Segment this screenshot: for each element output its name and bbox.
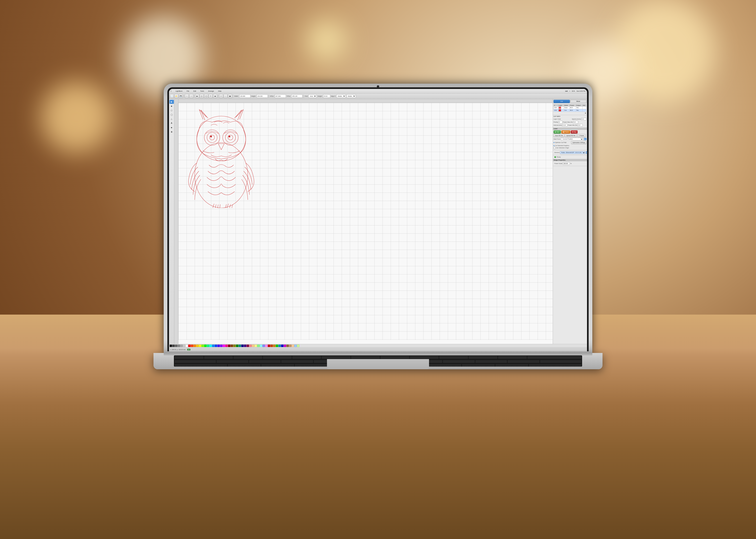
priority-input[interactable] <box>558 121 562 123</box>
pause-button[interactable]: ▮▮ Pause <box>561 130 570 134</box>
app-name-menu[interactable]: LightBurn <box>175 90 183 92</box>
palette-color-swatch[interactable] <box>260 345 262 347</box>
polygon-btn[interactable]: △ <box>169 117 174 121</box>
palette-color-swatch[interactable] <box>268 345 270 347</box>
file-menu[interactable]: File <box>186 90 190 92</box>
help-menu[interactable]: Help <box>217 90 222 92</box>
optimization-settings-button[interactable]: Optimization Settings <box>571 141 586 144</box>
palette-color-swatch[interactable] <box>231 345 233 347</box>
upload-rd-button[interactable]: Upload RD file <box>565 134 577 137</box>
undo-button[interactable]: ← <box>185 94 189 98</box>
palette-color-swatch[interactable] <box>207 345 209 347</box>
palette-color-swatch[interactable] <box>175 345 177 347</box>
palette-color-swatch[interactable] <box>281 345 284 347</box>
palette-color-swatch[interactable] <box>172 345 175 347</box>
node-tool[interactable]: ◆ <box>213 94 217 98</box>
speed-input[interactable] <box>581 118 586 120</box>
use-selection-checkbox[interactable] <box>553 147 555 149</box>
palette-color-swatch[interactable] <box>212 345 214 347</box>
circle-btn[interactable]: ◯ <box>169 113 174 117</box>
width-input[interactable] <box>239 95 250 98</box>
palette-color-swatch[interactable] <box>194 345 196 347</box>
text-btn[interactable]: A <box>169 121 174 125</box>
palette-color-swatch[interactable] <box>239 345 241 347</box>
palette-color-swatch[interactable] <box>289 345 292 347</box>
arrange-menu[interactable]: Arrange <box>208 90 215 92</box>
palette-color-swatch[interactable] <box>220 345 222 347</box>
device-select[interactable]: Ruida - Ethernet/UDP : 10.0.0.100 <box>560 151 586 154</box>
layers-expand-btn[interactable]: ▼ <box>585 112 586 114</box>
palette-color-swatch[interactable] <box>225 345 228 347</box>
palette-color-swatch[interactable] <box>180 345 183 347</box>
stop-button[interactable]: ■ Stop <box>571 130 578 134</box>
select-tool-btn[interactable]: ▶ <box>169 100 174 104</box>
palette-color-swatch[interactable] <box>273 345 276 347</box>
palette-color-swatch[interactable] <box>257 345 260 347</box>
palette-color-swatch[interactable] <box>215 345 217 347</box>
palette-color-swatch[interactable] <box>279 345 281 347</box>
rect-tool[interactable]: ▢ <box>200 94 204 98</box>
palette-color-swatch[interactable] <box>284 345 286 347</box>
canvas-area[interactable] <box>174 99 553 344</box>
move-tab[interactable]: Move <box>570 100 587 103</box>
font-select[interactable]: Arial <box>308 95 317 98</box>
palette-color-swatch[interactable] <box>292 345 294 347</box>
fit-screen[interactable]: ▣ <box>228 94 232 98</box>
palette-color-swatch[interactable] <box>233 345 236 347</box>
palette-color-swatch[interactable] <box>297 345 299 347</box>
edit-nodes-btn[interactable]: ◆ <box>169 104 174 108</box>
cut-tab[interactable]: Cut <box>553 100 570 103</box>
palette-color-swatch[interactable] <box>263 345 265 347</box>
interval-input[interactable] <box>562 124 567 126</box>
palette-color-swatch[interactable] <box>241 345 244 347</box>
save-rd-button[interactable]: Save RD file <box>553 134 564 137</box>
palette-color-swatch[interactable] <box>186 345 188 347</box>
table-row[interactable]: C03 Cut 80.0 Yes <box>554 109 586 112</box>
palette-color-swatch[interactable] <box>183 345 185 347</box>
palette-color-swatch[interactable] <box>191 345 193 347</box>
zoom-out[interactable]: - <box>223 94 227 98</box>
tools-menu[interactable]: Tools <box>200 90 205 92</box>
palette-color-swatch[interactable] <box>210 345 212 347</box>
open-button[interactable]: 📁 <box>174 94 178 98</box>
palette-color-swatch[interactable] <box>255 345 257 347</box>
power-scale-input[interactable] <box>563 162 570 165</box>
pointer-tool[interactable]: ▶ <box>195 94 199 98</box>
save-button[interactable]: 💾 <box>179 94 183 98</box>
palette-color-swatch[interactable] <box>236 345 238 347</box>
height2-input[interactable] <box>323 95 330 98</box>
position-btn[interactable]: ◆ <box>169 125 174 129</box>
redo-button[interactable]: → <box>189 94 193 98</box>
edit-menu[interactable]: Edit <box>193 90 197 92</box>
palette-color-swatch[interactable] <box>178 345 180 347</box>
palette-color-swatch[interactable] <box>271 345 273 347</box>
circle-tool[interactable]: ◯ <box>204 94 208 98</box>
palette-color-swatch[interactable] <box>204 345 207 347</box>
canvas-content[interactable] <box>178 103 553 340</box>
height-input[interactable] <box>257 95 268 98</box>
palette-color-swatch[interactable] <box>196 345 199 347</box>
align-y-select[interactable]: Middle <box>346 95 356 98</box>
power-max-input[interactable] <box>573 121 578 123</box>
align-x-select[interactable]: Middle <box>336 95 346 98</box>
palette-color-swatch[interactable] <box>252 345 254 347</box>
palette-color-swatch[interactable] <box>223 345 225 347</box>
palette-color-swatch[interactable] <box>249 345 252 347</box>
xpos-input[interactable] <box>275 95 286 98</box>
rectangle-btn[interactable]: ▢ <box>169 108 174 113</box>
palette-color-swatch[interactable] <box>228 345 230 347</box>
palette-color-swatch[interactable] <box>170 345 172 347</box>
palette-color-swatch[interactable] <box>294 345 297 347</box>
trackpad[interactable] <box>327 359 429 369</box>
table-row[interactable]: C00 Scan 80.0 Yes <box>554 106 586 109</box>
palette-color-swatch[interactable] <box>199 345 201 347</box>
palette-color-swatch[interactable] <box>202 345 204 347</box>
power-min-input[interactable] <box>578 124 583 126</box>
zoom-in[interactable]: + <box>219 94 223 98</box>
palette-color-swatch[interactable] <box>244 345 246 347</box>
palette-color-swatch[interactable] <box>286 345 289 347</box>
device-settings-icon[interactable]: ▶ <box>586 151 587 154</box>
camera-btn[interactable]: ◉ <box>169 130 174 134</box>
palette-color-swatch[interactable] <box>265 345 268 347</box>
new-button[interactable]: 📄 <box>170 94 174 98</box>
